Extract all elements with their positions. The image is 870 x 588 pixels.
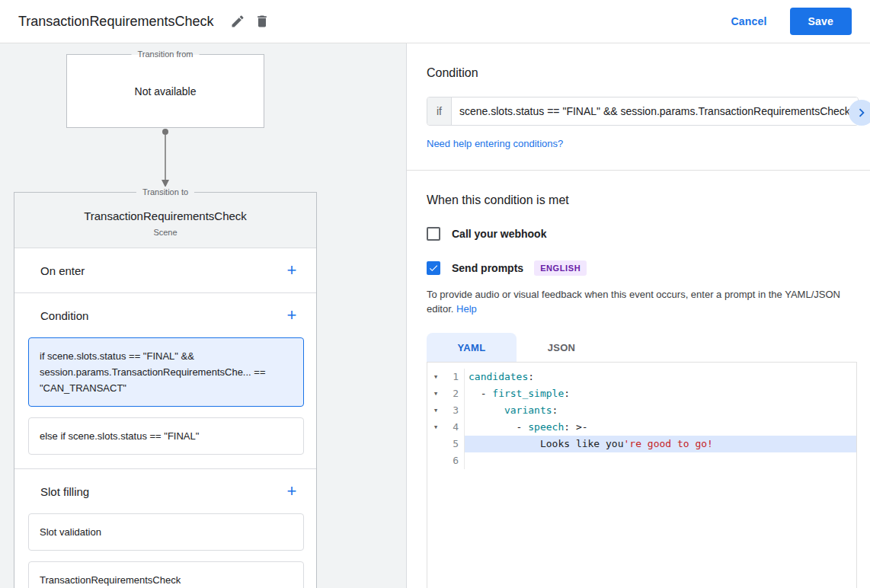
condition-help-link[interactable]: Need help entering conditions?	[427, 138, 563, 149]
code-editor-lines: ▾1candidates:▾2 - first_simple:▾3 varian…	[427, 369, 856, 469]
scene-type-label: Scene	[24, 228, 307, 237]
condition-detail-panel: Condition if Need help entering conditio…	[407, 43, 870, 588]
condition-heading: Condition	[427, 66, 859, 80]
yaml-code-editor[interactable]: ▾1candidates:▾2 - first_simple:▾3 varian…	[427, 362, 857, 588]
transition-to-label: Transition to	[136, 187, 194, 197]
language-badge: ENGLISH	[534, 260, 587, 276]
slot-filling-section-header: Slot filling +	[14, 469, 316, 513]
condition-section-title: Condition	[40, 309, 88, 322]
code-line: - first_simple:	[465, 385, 856, 402]
collapse-panel-button[interactable]	[849, 100, 870, 126]
fold-spacer	[427, 452, 444, 469]
on-enter-section: On enter +	[14, 248, 316, 292]
editor-line[interactable]: ▾4 - speech: >-	[427, 419, 856, 436]
condition-section-header: Condition +	[14, 293, 316, 337]
transition-from-value: Not available	[135, 85, 197, 97]
code-line: candidates:	[465, 369, 856, 385]
prompts-label: Send prompts	[452, 262, 523, 274]
editor-line[interactable]: ▾3 variants:	[427, 402, 856, 419]
main-content: Transition from Not available Transition…	[0, 43, 870, 588]
prompt-description: To provide audio or visual feedback when…	[427, 287, 859, 316]
help-link[interactable]: Help	[456, 303, 477, 315]
condition-expression-field: if	[427, 97, 859, 126]
condition-expression-input[interactable]	[452, 97, 858, 125]
check-icon	[428, 263, 439, 273]
on-enter-title: On enter	[40, 264, 85, 277]
cancel-button[interactable]: Cancel	[731, 15, 766, 27]
editor-tabs: YAML JSON	[427, 333, 859, 362]
webhook-checkbox[interactable]	[427, 227, 440, 241]
fold-arrow-icon[interactable]: ▾	[427, 369, 444, 385]
save-button[interactable]: Save	[790, 8, 852, 35]
slot-card-validation[interactable]: Slot validation	[28, 513, 304, 551]
line-number: 6	[444, 452, 465, 469]
tab-yaml[interactable]: YAML	[427, 333, 517, 362]
editor-line[interactable]: ▾1candidates:	[427, 369, 856, 385]
fold-arrow-icon[interactable]: ▾	[427, 419, 444, 436]
scene-name: TransactionRequirementsCheck	[24, 209, 307, 222]
delete-button[interactable]	[250, 9, 274, 34]
add-on-enter-button[interactable]: +	[283, 261, 301, 280]
slot-filling-title: Slot filling	[40, 485, 89, 498]
fold-arrow-icon[interactable]: ▾	[427, 385, 444, 402]
add-slot-button[interactable]: +	[283, 482, 301, 500]
scene-card-header[interactable]: TransactionRequirementsCheck Scene	[14, 193, 316, 248]
line-number: 5	[444, 436, 465, 452]
pencil-icon	[230, 14, 245, 29]
transition-to-card: Transition to TransactionRequirementsChe…	[14, 192, 317, 588]
edit-button[interactable]	[225, 9, 250, 34]
scene-graph-panel: Transition from Not available Transition…	[0, 43, 407, 588]
chevron-right-icon	[853, 104, 870, 121]
prompts-checkbox[interactable]	[427, 261, 440, 275]
slot-card-transaction[interactable]: TransactionRequirementsCheck	[28, 561, 304, 588]
editor-line[interactable]: 5 Looks like you're good to go!	[427, 436, 856, 452]
transition-arrow	[14, 128, 317, 189]
when-met-heading: When this condition is met	[427, 193, 859, 207]
webhook-label: Call your webhook	[452, 228, 546, 240]
webhook-checkbox-row: Call your webhook	[427, 227, 859, 241]
fold-arrow-icon[interactable]: ▾	[427, 402, 444, 419]
divider	[407, 170, 870, 171]
add-condition-button[interactable]: +	[283, 306, 301, 324]
code-line: - speech: >-	[465, 419, 856, 436]
line-number: 3	[444, 402, 465, 419]
editor-line[interactable]: 6	[427, 452, 856, 469]
tab-json[interactable]: JSON	[517, 333, 606, 362]
condition-card[interactable]: else if scene.slots.status == "FINAL"	[28, 417, 304, 455]
prompts-checkbox-row: Send prompts ENGLISH	[427, 260, 859, 276]
code-line: Looks like you're good to go!	[465, 436, 856, 452]
transition-from-box: Transition from Not available	[66, 54, 264, 128]
page-title: TransactionRequirementsCheck	[18, 14, 213, 30]
line-number: 2	[444, 385, 465, 402]
prompt-description-text: To provide audio or visual feedback when…	[427, 289, 840, 315]
if-prefix-label: if	[427, 97, 452, 125]
editor-line[interactable]: ▾2 - first_simple:	[427, 385, 856, 402]
trash-icon	[254, 14, 270, 29]
fold-spacer	[427, 436, 444, 452]
code-line: variants:	[465, 402, 856, 419]
transition-from-label: Transition from	[132, 49, 200, 59]
app-header: TransactionRequirementsCheck Cancel Save	[0, 0, 870, 43]
line-number: 4	[444, 419, 465, 436]
code-line	[465, 452, 856, 469]
condition-card-selected[interactable]: if scene.slots.status == "FINAL" && sess…	[28, 337, 304, 407]
line-number: 1	[444, 369, 465, 385]
